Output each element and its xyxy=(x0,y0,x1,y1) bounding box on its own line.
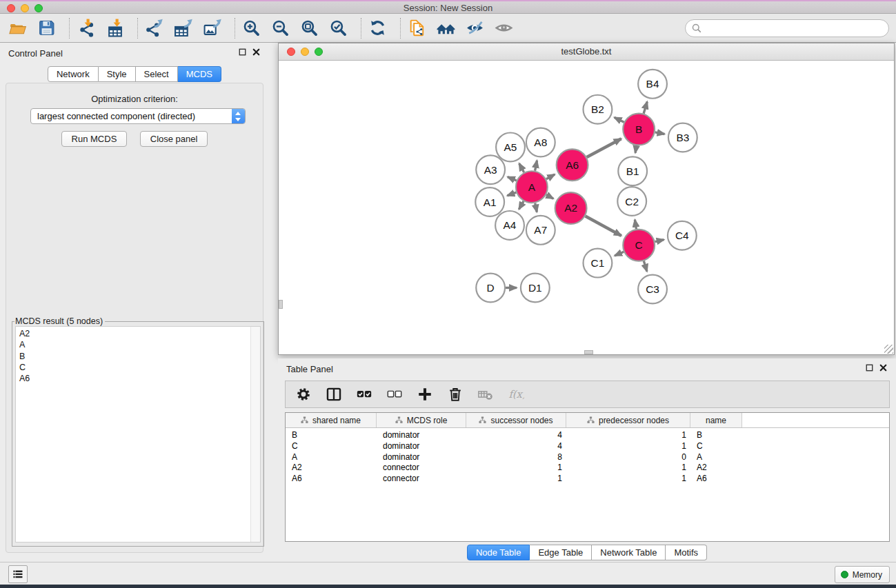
app-title: Session: New Session xyxy=(0,3,896,13)
column-header-successor-nodes[interactable]: successor nodes xyxy=(466,413,566,427)
table-row[interactable]: Adominator80A xyxy=(286,452,889,463)
table-row[interactable]: Bdominator41B xyxy=(286,430,889,441)
tab-network[interactable]: Network xyxy=(48,66,99,82)
edge-B-B2[interactable] xyxy=(615,117,624,122)
network-window-title-bar[interactable]: testGlobe.txt xyxy=(279,43,894,61)
column-type-icon xyxy=(301,416,308,424)
horizontal-scrollbar-thumb[interactable] xyxy=(584,350,593,354)
trash-icon[interactable] xyxy=(447,386,464,403)
tab-node-table[interactable]: Node Table xyxy=(467,545,530,560)
tab-edge-table[interactable]: Edge Table xyxy=(530,545,592,560)
edge-C-C3[interactable] xyxy=(644,261,647,272)
edge-B-B1[interactable] xyxy=(635,145,637,153)
result-item-B[interactable]: B xyxy=(19,351,260,362)
node-label-C1: C1 xyxy=(591,257,605,269)
close-panel-button[interactable]: Close panel xyxy=(140,131,208,147)
toolbar-separator xyxy=(69,18,70,39)
split-icon[interactable] xyxy=(326,386,342,403)
network-canvas[interactable]: B4B2BB3A8A5A6A3B1AC2A1A2A4A7C4CC1C3DD1 xyxy=(279,61,894,354)
edge-A-A6[interactable] xyxy=(546,174,555,179)
float-panel-icon[interactable] xyxy=(238,48,247,57)
edge-A-A8[interactable] xyxy=(535,161,537,171)
zoom-out-icon[interactable] xyxy=(271,19,290,37)
edge-A-A3[interactable] xyxy=(508,177,517,181)
close-panel-icon[interactable] xyxy=(252,48,261,57)
node-label-B3: B3 xyxy=(676,132,689,143)
cell-shared-name: B xyxy=(286,430,377,441)
node-label-B1: B1 xyxy=(626,165,639,177)
table-body: Bdominator41BCdominator41CAdominator80AA… xyxy=(286,430,889,485)
export-network-icon[interactable] xyxy=(145,19,163,37)
add-icon[interactable] xyxy=(417,386,433,403)
table-row[interactable]: A2connector11A2 xyxy=(286,463,889,474)
task-history-button[interactable] xyxy=(8,565,28,583)
column-header-predecessor-nodes[interactable]: predecessor nodes xyxy=(566,413,690,427)
edge-A2-C[interactable] xyxy=(586,216,621,235)
memory-label: Memory xyxy=(853,570,882,580)
column-label: shared name xyxy=(312,416,361,425)
deselect-all-icon[interactable] xyxy=(386,386,403,403)
column-type-icon xyxy=(479,416,486,424)
import-network-icon[interactable] xyxy=(77,19,95,37)
tab-motifs[interactable]: Motifs xyxy=(666,545,707,560)
tab-network-table[interactable]: Network Table xyxy=(592,545,666,560)
cell-shared-name: A6 xyxy=(286,474,377,485)
edge-A-A7[interactable] xyxy=(535,203,537,212)
clone-network-icon[interactable] xyxy=(408,19,426,37)
resize-grip[interactable] xyxy=(884,345,893,354)
result-item-A6[interactable]: A6 xyxy=(19,373,260,384)
select-all-icon[interactable] xyxy=(356,386,372,403)
network-graph[interactable]: B4B2BB3A8A5A6A3B1AC2A1A2A4A7C4CC1C3DD1 xyxy=(279,61,894,354)
eye-show-icon[interactable] xyxy=(495,19,513,37)
toolbar-separator xyxy=(400,18,401,39)
table-row[interactable]: Cdominator41C xyxy=(286,441,889,452)
cell-predecessor-nodes: 1 xyxy=(566,441,690,452)
cell-successor-nodes: 8 xyxy=(466,452,566,463)
close-table-panel-icon[interactable] xyxy=(879,363,888,372)
edge-A-A1[interactable] xyxy=(507,192,516,196)
edge-B-B4[interactable] xyxy=(644,102,647,114)
optimization-criterion-dropdown[interactable]: largest connected component (directed) xyxy=(30,108,246,124)
column-label: MCDS role xyxy=(407,416,448,425)
save-icon[interactable] xyxy=(37,19,56,37)
column-header-shared-name[interactable]: shared name xyxy=(286,413,377,427)
result-item-A2[interactable]: A2 xyxy=(19,328,260,339)
edge-A-A4[interactable] xyxy=(519,201,524,210)
mcds-result-list[interactable]: A2ABCA6 xyxy=(15,326,261,543)
edge-C-C2[interactable] xyxy=(635,220,636,230)
result-item-A[interactable]: A xyxy=(19,339,260,350)
node-label-A7: A7 xyxy=(534,224,547,236)
edge-A-A5[interactable] xyxy=(519,163,524,172)
zoom-selected-icon[interactable] xyxy=(329,19,348,37)
settings-icon[interactable] xyxy=(295,386,312,403)
edge-A6-B[interactable] xyxy=(587,139,621,157)
result-list-scrollbar[interactable] xyxy=(250,327,260,542)
eye-hide-icon[interactable] xyxy=(466,19,484,37)
result-item-C[interactable]: C xyxy=(19,362,260,373)
column-header-name[interactable]: name xyxy=(690,413,742,427)
tab-mcds[interactable]: MCDS xyxy=(178,66,221,82)
vertical-scrollbar-thumb[interactable] xyxy=(279,300,283,309)
zoom-in-icon[interactable] xyxy=(242,19,261,37)
float-table-panel-icon[interactable] xyxy=(865,363,874,372)
edge-C-C4[interactable] xyxy=(655,240,664,242)
table-row[interactable]: A6connector11A6 xyxy=(286,474,889,485)
column-header-mcds-role[interactable]: MCDS role xyxy=(377,413,466,427)
zoom-fit-icon[interactable] xyxy=(300,19,319,37)
export-image-icon[interactable] xyxy=(203,19,221,37)
open-icon[interactable] xyxy=(8,19,27,37)
edge-A-A2[interactable] xyxy=(546,195,553,199)
tab-style[interactable]: Style xyxy=(99,66,136,82)
edge-C-C1[interactable] xyxy=(615,252,624,256)
tab-select[interactable]: Select xyxy=(136,66,178,82)
dropdown-stepper-icon[interactable] xyxy=(232,109,245,123)
export-table-icon[interactable] xyxy=(174,19,192,37)
houses-icon[interactable] xyxy=(437,19,455,37)
edge-B-B3[interactable] xyxy=(655,132,665,134)
search-input[interactable] xyxy=(685,19,889,37)
run-mcds-button[interactable]: Run MCDS xyxy=(61,131,128,147)
memory-button[interactable]: Memory xyxy=(835,566,890,583)
node-label-A3: A3 xyxy=(484,164,497,176)
import-table-icon[interactable] xyxy=(106,19,124,37)
refresh-icon[interactable] xyxy=(368,19,387,37)
